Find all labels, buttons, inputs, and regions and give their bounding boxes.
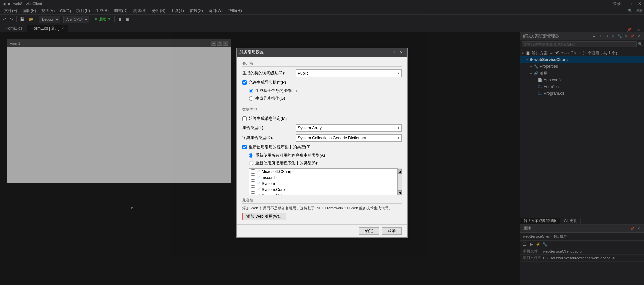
dict-type-dropdown[interactable]: System.Collections.Generic.Dictionary ▼ <box>296 134 402 142</box>
assembly-item-1[interactable]: 📄 mscorlib <box>249 175 397 181</box>
dict-type-value: System.Collections.Generic.Dictionary <box>298 136 366 140</box>
collection-type-value: System.Array <box>298 126 322 130</box>
collection-type-arrow-icon: ▼ <box>397 126 400 130</box>
async-checkbox-row: 允许生成异步操作(P) <box>242 80 402 85</box>
collection-type-label: 集合类型(L): <box>242 125 296 131</box>
add-web-ref-button[interactable]: 添加 Web 引用(W)... <box>242 213 286 220</box>
assembly-label-3: System.Core <box>262 187 285 192</box>
assembly-item-3[interactable]: 📄 System.Core <box>249 187 397 193</box>
dict-type-arrow-icon: ▼ <box>397 136 400 140</box>
assembly-list-container: 📄 Microsoft.CSharp 📄 mscorlib 📄 System <box>249 168 402 195</box>
assembly-item-0[interactable]: 📄 Microsoft.CSharp <box>249 169 397 175</box>
assembly-check-4[interactable] <box>251 193 255 195</box>
assembly-icon-4: 📄 <box>256 194 260 195</box>
assembly-label-0: Microsoft.CSharp <box>262 169 293 174</box>
assembly-item-4[interactable]: 📄 System.Data <box>249 193 397 195</box>
dialog-divider1 <box>242 104 402 104</box>
dict-type-label: 字典集合类型(D): <box>242 135 296 141</box>
assembly-icon-3: 📄 <box>256 188 260 191</box>
access-level-arrow-icon: ▼ <box>397 72 400 75</box>
dialog-title: 服务引用设置 <box>239 49 264 55</box>
scrollbar-track[interactable] <box>398 174 402 190</box>
reuse-specific-radio-row: 重新使用所指定程序集中的类型(S): <box>249 160 402 166</box>
assembly-icon-2: 📄 <box>256 182 260 185</box>
async-radio-row: 生成异步操作(G) <box>249 96 402 101</box>
async-checkbox[interactable] <box>242 80 247 85</box>
ok-button[interactable]: 确定 <box>359 227 379 235</box>
cancel-button[interactable]: 取消 <box>382 227 402 235</box>
dialog-help-btn[interactable]: ? <box>393 50 396 55</box>
assembly-icon-1: 📄 <box>256 176 260 179</box>
scrollbar-up-btn[interactable]: ▲ <box>398 169 402 174</box>
compat-section: 兼容性 添加 Web 引用而不是服务名引用。这将基于 .NET Framewor… <box>242 198 402 220</box>
access-level-label: 生成的类的访问级别(C): <box>242 70 296 76</box>
access-level-dropdown[interactable]: Public ▼ <box>296 69 402 77</box>
task-radio-row: 生成基于任务的操作(T) <box>249 88 402 94</box>
compat-label: 兼容性 <box>242 198 402 204</box>
reuse-checkbox[interactable] <box>242 145 247 149</box>
reuse-checkbox-row: 重新使用引用的程序集中的类型(R) <box>242 144 402 150</box>
access-level-value: Public <box>298 71 309 76</box>
assembly-item-2[interactable]: 📄 System <box>249 181 397 187</box>
assembly-list-scrollbar[interactable]: ▲ ▼ <box>398 168 402 195</box>
service-reference-dialog: 服务引用设置 ? × 客户端 生成的类的访问级别(C): Public ▼ 允许 <box>236 48 408 238</box>
reuse-all-label: 重新使用所有引用的程序集中的类型(A) <box>255 153 325 158</box>
data-section-label: 数据类型 <box>242 107 402 113</box>
compat-text: 添加 Web 引用而不是服务名引用。这将基于 .NET Framework 2.… <box>242 206 402 211</box>
access-level-row: 生成的类的访问级别(C): Public ▼ <box>242 69 402 77</box>
dialog-content: 客户端 生成的类的访问级别(C): Public ▼ 允许生成异步操作(P) 生… <box>237 57 407 224</box>
collection-type-dropdown[interactable]: System.Array ▼ <box>296 124 402 132</box>
assembly-icon-0: 📄 <box>256 170 260 173</box>
assembly-check-1[interactable] <box>251 175 255 180</box>
async-radio-label: 生成异步操作(G) <box>255 96 285 101</box>
assembly-check-3[interactable] <box>251 187 255 192</box>
scrollbar-down-btn[interactable]: ▼ <box>398 190 402 195</box>
assembly-check-0[interactable] <box>251 169 255 174</box>
reuse-all-radio-row: 重新使用所有引用的程序集中的类型(A) <box>249 153 402 158</box>
reuse-all-radio[interactable] <box>249 153 253 158</box>
dialog-title-bar: 服务引用设置 ? × <box>237 48 407 57</box>
dict-type-row: 字典集合类型(D): System.Collections.Generic.Di… <box>242 134 402 142</box>
assembly-label-4: System.Data <box>262 193 285 195</box>
reuse-specific-label: 重新使用所指定程序集中的类型(S): <box>255 160 318 166</box>
always-generate-checkbox[interactable] <box>242 116 247 121</box>
collection-type-row: 集合类型(L): System.Array ▼ <box>242 124 402 132</box>
assembly-list[interactable]: 📄 Microsoft.CSharp 📄 mscorlib 📄 System <box>249 168 398 195</box>
dialog-overlay: 服务引用设置 ? × 客户端 生成的类的访问级别(C): Public ▼ 允许 <box>0 0 644 285</box>
assembly-label-1: mscorlib <box>262 175 277 180</box>
always-generate-label: 始终生成消息约定(M) <box>249 116 287 122</box>
async-checkbox-label: 允许生成异步操作(P) <box>249 80 286 85</box>
reuse-checkbox-label: 重新使用引用的程序集中的类型(R) <box>249 144 311 150</box>
task-radio[interactable] <box>249 89 253 93</box>
assembly-check-2[interactable] <box>251 181 255 186</box>
dialog-footer: 确定 取消 <box>237 224 407 237</box>
assembly-label-2: System <box>262 181 275 186</box>
client-section-label: 客户端 <box>242 61 402 67</box>
async-radio[interactable] <box>249 96 253 101</box>
reuse-specific-radio[interactable] <box>249 161 253 165</box>
task-radio-label: 生成基于任务的操作(T) <box>255 88 297 94</box>
dialog-close-btn[interactable]: × <box>398 49 405 55</box>
always-generate-row: 始终生成消息约定(M) <box>242 116 402 122</box>
